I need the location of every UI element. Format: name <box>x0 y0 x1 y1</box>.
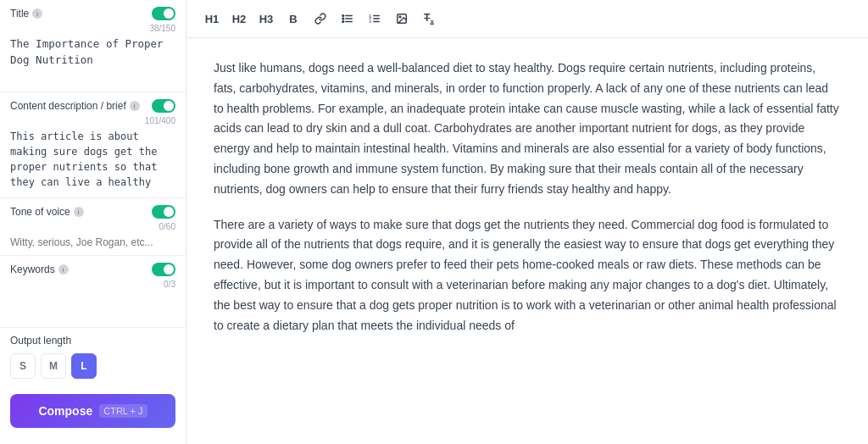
svg-text:3: 3 <box>370 19 372 24</box>
title-toggle[interactable] <box>152 7 175 20</box>
title-info-icon[interactable]: i <box>32 8 42 19</box>
tone-label: Tone of voice i <box>10 206 84 218</box>
output-length-label: Output length <box>10 335 175 347</box>
svg-point-3 <box>342 15 344 17</box>
tone-toggle[interactable] <box>152 205 175 219</box>
svg-point-13 <box>399 16 401 18</box>
editor-toolbar: H1 H2 H3 B 1 2 3 <box>186 0 868 38</box>
content-paragraph-1: Just like humans, dogs need a well-balan… <box>214 58 841 200</box>
unordered-list-button[interactable] <box>336 7 359 31</box>
h1-label: H1 <box>205 13 220 25</box>
keywords-section: Keywords i 0/3 <box>0 256 186 328</box>
link-button[interactable] <box>309 7 332 31</box>
title-char-count: 38/150 <box>10 24 175 33</box>
content-desc-toggle[interactable] <box>152 99 175 113</box>
tone-input[interactable] <box>10 235 175 250</box>
tone-char-count: 0/60 <box>10 222 175 231</box>
content-desc-info-icon[interactable]: i <box>130 101 140 111</box>
content-desc-input[interactable] <box>10 129 175 190</box>
title-field-header: Title i <box>10 7 175 20</box>
keywords-toggle[interactable] <box>152 263 175 276</box>
svg-point-4 <box>342 18 344 19</box>
bold-button[interactable]: B <box>281 7 305 31</box>
content-desc-char-count: 101/400 <box>10 116 175 125</box>
size-large-button[interactable]: L <box>71 353 97 379</box>
title-label: Title i <box>10 8 42 19</box>
size-buttons-group: S M L <box>10 353 175 379</box>
content-desc-section: Content description / brief i 101/400 <box>0 92 186 198</box>
image-button[interactable] <box>390 7 414 31</box>
bold-label: B <box>289 13 297 25</box>
tone-header: Tone of voice i <box>10 205 175 219</box>
content-editor[interactable]: Just like humans, dogs need a well-balan… <box>186 38 868 444</box>
keywords-input[interactable] <box>10 292 175 319</box>
link-icon <box>314 13 326 25</box>
keywords-char-count: 0/3 <box>10 280 175 289</box>
title-section: Title i 38/150 <box>0 0 186 92</box>
svg-point-5 <box>342 21 344 23</box>
left-panel: Title i 38/150 Content description / bri… <box>0 0 186 444</box>
compose-button[interactable]: Compose CTRL + J <box>10 394 175 428</box>
content-desc-header: Content description / brief i <box>10 99 175 113</box>
size-small-button[interactable]: S <box>10 353 36 379</box>
h3-label: H3 <box>259 13 274 25</box>
size-medium-button[interactable]: M <box>41 353 66 379</box>
h3-button[interactable]: H3 <box>254 7 278 31</box>
output-length-section: Output length S M L <box>0 328 186 386</box>
keywords-header: Keywords i <box>10 263 175 276</box>
h2-button[interactable]: H2 <box>227 7 251 31</box>
image-icon <box>396 13 408 25</box>
right-panel: H1 H2 H3 B 1 2 3 <box>186 0 868 444</box>
ordered-list-icon: 1 2 3 <box>369 13 381 25</box>
ordered-list-button[interactable]: 1 2 3 <box>363 7 387 31</box>
clear-format-button[interactable]: Tx <box>417 7 441 31</box>
compose-shortcut: CTRL + J <box>99 404 147 418</box>
h2-label: H2 <box>232 13 247 25</box>
content-desc-label: Content description / brief i <box>10 100 140 112</box>
tone-info-icon[interactable]: i <box>74 207 84 217</box>
clear-format-label: Tx <box>424 12 434 25</box>
compose-label: Compose <box>38 404 92 418</box>
h1-button[interactable]: H1 <box>200 7 224 31</box>
content-paragraph-2: There are a variety of ways to make sure… <box>214 215 841 336</box>
keywords-info-icon[interactable]: i <box>58 264 69 275</box>
unordered-list-icon <box>342 13 353 25</box>
keywords-label: Keywords i <box>10 264 69 275</box>
title-input[interactable] <box>10 36 175 84</box>
tone-section: Tone of voice i 0/60 <box>0 198 186 256</box>
